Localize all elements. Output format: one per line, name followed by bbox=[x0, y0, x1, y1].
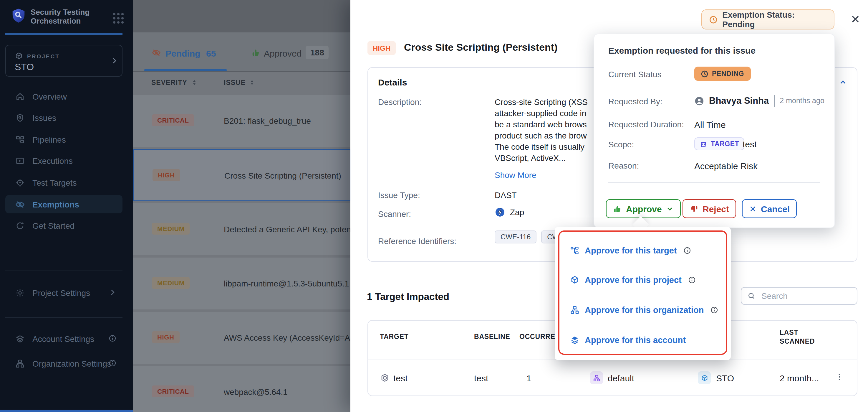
info-icon[interactable] bbox=[683, 246, 692, 255]
reason-value: Acceptable Risk bbox=[694, 161, 757, 171]
issue-type-label: Issue Type: bbox=[378, 190, 420, 200]
severity-badge-high: HIGH bbox=[368, 41, 396, 55]
collapse-chevron-up-icon[interactable] bbox=[839, 78, 847, 87]
project-name: STO bbox=[15, 62, 34, 72]
issue-title: Cross Site Scripting (Persistent) bbox=[224, 171, 341, 180]
col-header-baseline: BASELINE bbox=[474, 333, 510, 340]
col-header-last-scanned: LAST SCANNED bbox=[780, 328, 815, 346]
get-started-icon bbox=[15, 221, 25, 230]
hexagon-target-icon bbox=[380, 373, 389, 383]
org-chart-icon bbox=[570, 305, 580, 315]
description-line: The code itself is usually bbox=[495, 142, 585, 151]
chevron-right-icon bbox=[110, 57, 118, 65]
sidebar-item-exemptions[interactable]: Exemptions bbox=[5, 195, 123, 213]
severity-badge: CRITICAL bbox=[152, 114, 194, 126]
menu-item-approve-project[interactable]: Approve for this project bbox=[570, 275, 696, 285]
requested-by-name: Bhavya Sinha bbox=[709, 95, 769, 106]
sort-icon[interactable] bbox=[248, 79, 255, 87]
kebab-menu-icon[interactable] bbox=[835, 372, 844, 382]
approve-button[interactable]: Approve bbox=[606, 199, 681, 218]
description-line: product such as the brow bbox=[495, 131, 587, 140]
sidebar-item-account-settings[interactable]: Account Settings bbox=[5, 329, 123, 348]
scanner-value: Zap bbox=[510, 207, 524, 217]
clock-icon bbox=[709, 15, 717, 24]
issue-row[interactable]: CRITICAL webpack@5.64.1 bbox=[133, 366, 350, 412]
sidebar-item-project-settings[interactable]: Project Settings bbox=[5, 284, 123, 302]
sidebar: Security Testing Orchestration PROJECT S… bbox=[0, 0, 133, 412]
stack-icon bbox=[570, 335, 580, 345]
sidebar-item-executions[interactable]: Executions bbox=[5, 151, 123, 170]
thumbs-up-icon bbox=[613, 204, 622, 213]
shield-search-icon bbox=[15, 113, 25, 122]
issue-row[interactable]: MEDIUM libpam-runtime@1.5.3-5ubuntu5.1 bbox=[133, 258, 350, 310]
cell-target[interactable]: test bbox=[393, 373, 407, 383]
menu-item-approve-target[interactable]: Approve for this target bbox=[570, 246, 692, 255]
info-icon[interactable] bbox=[108, 359, 117, 367]
scope-label: Scope: bbox=[608, 140, 634, 149]
sidebar-bottom-bar bbox=[0, 410, 133, 412]
pending-status-badge: PENDING bbox=[694, 67, 750, 81]
menu-item-approve-organization[interactable]: Approve for this organization bbox=[570, 305, 718, 315]
sidebar-item-overview[interactable]: Overview bbox=[5, 87, 123, 106]
issue-row[interactable]: CRITICAL B201: flask_debug_true bbox=[133, 95, 350, 147]
close-icon[interactable] bbox=[850, 14, 860, 24]
project-selector[interactable]: PROJECT STO bbox=[5, 45, 123, 77]
thumbs-down-icon bbox=[689, 204, 699, 213]
sidebar-item-get-started[interactable]: Get Started bbox=[5, 216, 123, 235]
description-line: Cross-site Scripting (XSS bbox=[495, 97, 588, 107]
search-box[interactable] bbox=[741, 287, 858, 305]
issue-row-selected[interactable]: HIGH Cross Site Scripting (Persistent) bbox=[133, 149, 350, 201]
target-icon bbox=[15, 178, 25, 187]
issue-title: B201: flask_debug_true bbox=[224, 116, 311, 125]
tab-approved[interactable]: Approved bbox=[264, 48, 302, 58]
severity-badge: MEDIUM bbox=[152, 277, 190, 289]
app-logo-shield-icon bbox=[10, 7, 27, 24]
sidebar-item-issues[interactable]: Issues bbox=[5, 109, 123, 127]
sidebar-item-organization-settings[interactable]: Organization Settings bbox=[5, 354, 123, 373]
tab-pending[interactable]: Pending bbox=[165, 48, 200, 58]
eye-off-icon bbox=[15, 200, 25, 209]
issue-type-value: DAST bbox=[495, 190, 517, 200]
severity-badge: CRITICAL bbox=[152, 385, 194, 397]
module-grid-icon[interactable] bbox=[113, 13, 124, 24]
show-more-link[interactable]: Show More bbox=[495, 170, 536, 180]
sort-icon[interactable] bbox=[191, 79, 198, 87]
issue-title: Detected a Generic API Key, potential bbox=[224, 225, 350, 234]
details-heading: Details bbox=[378, 77, 407, 87]
exemption-popup: Exemption requested for this issue Curre… bbox=[594, 34, 835, 228]
description-label: Description: bbox=[378, 97, 422, 107]
issue-row[interactable]: MEDIUM Detected a Generic API Key, poten… bbox=[133, 203, 350, 255]
x-icon bbox=[749, 205, 757, 212]
search-icon bbox=[747, 292, 755, 300]
dropdown-red-outline: Approve for this target Approve for this… bbox=[558, 231, 727, 355]
tab-pending-count: 65 bbox=[206, 48, 216, 58]
page-header-dimmed bbox=[133, 0, 350, 32]
description-line: be a standard web brows bbox=[495, 120, 587, 129]
cell-last-scanned: 2 month... bbox=[780, 373, 819, 383]
issue-detail-title: Cross Site Scripting (Persistent) bbox=[404, 42, 557, 54]
menu-item-approve-account[interactable]: Approve for this account bbox=[570, 335, 686, 345]
exemption-status-pill[interactable]: Exemption Status: Pending bbox=[701, 9, 834, 29]
info-icon[interactable] bbox=[108, 334, 117, 343]
sidebar-item-test-targets[interactable]: Test Targets bbox=[5, 173, 123, 192]
issue-title: webpack@5.64.1 bbox=[224, 387, 288, 397]
sidebar-item-pipelines[interactable]: Pipelines bbox=[5, 130, 123, 149]
column-header-severity[interactable]: SEVERITY bbox=[151, 79, 187, 86]
cell-baseline: test bbox=[474, 373, 488, 383]
tab-approved-count: 188 bbox=[306, 46, 329, 59]
column-header-issue[interactable]: ISSUE bbox=[224, 79, 246, 86]
info-icon[interactable] bbox=[688, 276, 696, 284]
cancel-button[interactable]: Cancel bbox=[742, 199, 797, 218]
search-input[interactable] bbox=[760, 291, 845, 301]
requested-ago: 2 months ago bbox=[780, 97, 825, 105]
scope-target-chip: TARGET bbox=[694, 137, 744, 150]
ref-chip[interactable]: CWE-116 bbox=[495, 231, 536, 243]
active-tab-underline bbox=[144, 69, 227, 71]
project-chip-icon bbox=[698, 371, 711, 384]
avatar-icon bbox=[694, 96, 704, 106]
duration-value: All Time bbox=[694, 120, 726, 130]
info-icon[interactable] bbox=[710, 306, 718, 314]
reject-button[interactable]: Reject bbox=[682, 199, 736, 218]
issue-row[interactable]: HIGH AWS Access Key (AccessKeyId=AKIA bbox=[133, 312, 350, 364]
col-header-target: TARGET bbox=[380, 333, 409, 340]
